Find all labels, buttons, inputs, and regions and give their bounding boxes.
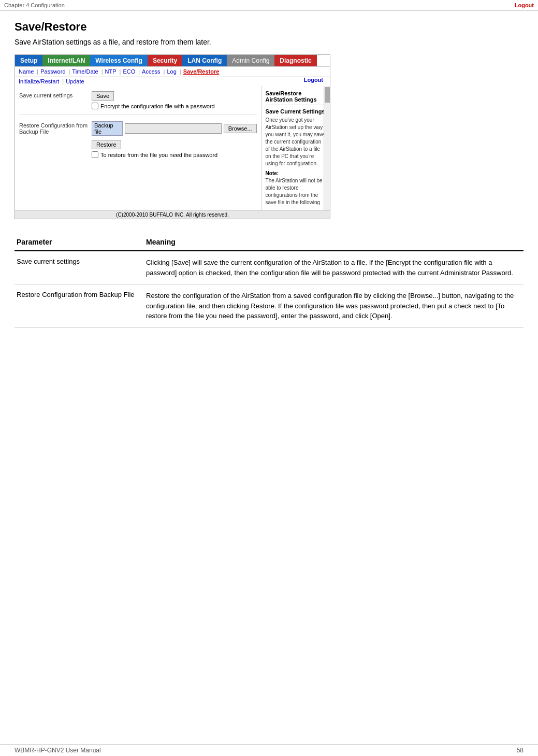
copyright-bar: (C)2000-2010 BUFFALO INC. All rights res… (15, 210, 330, 219)
password-label: To restore from the file you need the pa… (100, 152, 217, 158)
table-row: Restore Configuration from Backup FileRe… (14, 284, 524, 328)
tab-internet[interactable]: Internet/LAN (42, 55, 90, 66)
subnav-update[interactable]: Update (64, 78, 85, 85)
footer-right: 58 (517, 747, 524, 754)
screenshot-inner: Save current settings Save Encrypt the c… (15, 86, 330, 210)
col-parameter: Parameter (14, 234, 144, 251)
subnav-saverestore[interactable]: Save/Restore (182, 68, 221, 75)
subnav-timedate[interactable]: Time/Date (70, 68, 99, 75)
password-checkbox[interactable] (92, 151, 98, 158)
save-form-row: Save current settings Save Encrypt the c… (19, 91, 257, 115)
param-meaning: Restore the configuration of the AirStat… (144, 284, 524, 328)
right-panel-section-title: Save Current Settings (266, 108, 326, 115)
subnav-log[interactable]: Log (165, 68, 178, 75)
param-meaning: Clicking [Save] will save the current co… (144, 251, 524, 284)
sub-nav-row1: Name | Password | Time/Date | NTP | ECO … (15, 66, 330, 76)
page-title: Save/Restore (14, 20, 524, 34)
right-panel-text: Once you've got your AirStation set up t… (266, 117, 326, 167)
param-name: Save current settings (14, 251, 144, 284)
tab-diagnostic[interactable]: Diagnostic (274, 55, 316, 66)
encrypt-checkbox-row: Encrypt the configuration file with a pa… (92, 103, 257, 109)
scrollbar-thumb[interactable] (325, 87, 330, 103)
tab-wireless-config[interactable]: Wireless Config (90, 55, 148, 66)
save-button[interactable]: Save (92, 91, 114, 101)
tab-lan-config[interactable]: LAN Config (182, 55, 227, 66)
screenshot-box: Setup Internet/LAN Wireless Config Secur… (14, 54, 330, 219)
nav-tabs-row1: Setup Internet/LAN Wireless Config Secur… (15, 55, 330, 66)
save-label: Save current settings (19, 91, 92, 98)
subnav-initialize[interactable]: Initialize/Restart (17, 78, 61, 85)
screenshot-left: Save current settings Save Encrypt the c… (15, 86, 261, 210)
sub-nav-row2: Initialize/Restart | Update Logout (15, 76, 330, 86)
logout-link[interactable]: Logout (302, 76, 325, 83)
col-meaning: Meaning (144, 234, 524, 251)
screenshot-right: Save/Restore AirStation Settings Save Cu… (261, 86, 330, 210)
restore-label: Restore Configuration from Backup File (19, 121, 92, 135)
browse-button[interactable]: Browse... (224, 124, 257, 133)
tab-setup[interactable]: Setup (15, 55, 42, 66)
restore-button[interactable]: Restore (92, 140, 121, 149)
right-panel-note-title: Note: (266, 170, 326, 176)
right-panel-title: Save/Restore AirStation Settings (266, 90, 326, 105)
param-name: Restore Configuration from Backup File (14, 284, 144, 328)
save-controls: Save Encrypt the configuration file with… (92, 91, 257, 109)
subnav-eco[interactable]: ECO (121, 68, 137, 75)
footer-left: WBMR-HP-GNV2 User Manual (14, 747, 101, 754)
logout-text[interactable]: Logout (515, 2, 534, 8)
password-checkbox-row: To restore from the file you need the pa… (92, 151, 257, 158)
encrypt-checkbox[interactable] (92, 103, 98, 109)
restore-controls: Backup file Browse... Restore To restore… (92, 121, 257, 158)
tab-admin-config[interactable]: Admin Config (227, 55, 274, 66)
scrollbar[interactable] (324, 86, 330, 210)
restore-form-row: Restore Configuration from Backup File B… (19, 121, 257, 163)
parameter-table: Parameter Meaning Save current settingsC… (14, 234, 524, 328)
encrypt-label: Encrypt the configuration file with a pa… (100, 103, 215, 109)
right-panel-note-text: The AirStation will not be able to resto… (266, 177, 326, 206)
page-footer: WBMR-HP-GNV2 User Manual 58 (0, 744, 538, 756)
chapter-header: Chapter 4 Configuration (0, 0, 538, 11)
tab-security[interactable]: Security (148, 55, 182, 66)
subnav-password[interactable]: Password (39, 68, 67, 75)
subnav-name[interactable]: Name (17, 68, 35, 75)
backup-file-label: Backup file (92, 121, 123, 136)
backup-file-row: Backup file Browse... (92, 121, 257, 136)
chapter-label: Chapter 4 Configuration (4, 2, 65, 8)
backup-file-input[interactable] (125, 123, 222, 134)
table-row: Save current settingsClicking [Save] wil… (14, 251, 524, 284)
main-content: Save/Restore Save AirStation settings as… (0, 11, 538, 337)
subnav-ntp[interactable]: NTP (104, 68, 118, 75)
subnav-access[interactable]: Access (140, 68, 162, 75)
page-subtitle: Save AirStation settings as a file, and … (14, 38, 524, 46)
